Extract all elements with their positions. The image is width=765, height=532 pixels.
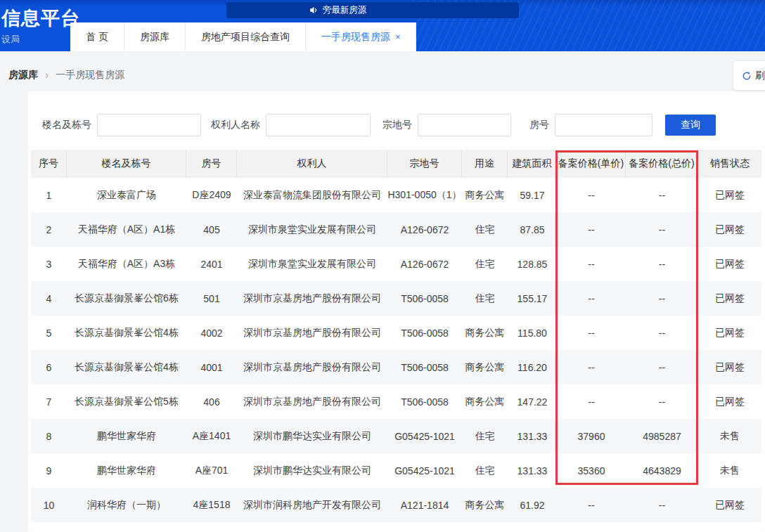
speaker-icon bbox=[309, 6, 319, 15]
breadcrumb-current: 一手房现售房源 bbox=[56, 69, 124, 82]
room-no-input[interactable] bbox=[555, 114, 652, 136]
table-cell: 115.80 bbox=[508, 316, 557, 350]
table-cell: 深圳市鹏华达实业有限公司 bbox=[237, 419, 387, 453]
owner-name-input[interactable] bbox=[266, 114, 371, 136]
table-cell: -- bbox=[557, 384, 626, 419]
table-row: 7长源京基御景峯公馆5栋406深圳市京基房地产股份有限公司T506-0058商务… bbox=[31, 384, 761, 419]
table-cell: 已网签 bbox=[698, 212, 761, 247]
table-row: 8鹏华世家华府A座1401深圳市鹏华达实业有限公司G05425-1021住宅13… bbox=[31, 419, 761, 453]
table-cell: 4643829 bbox=[626, 453, 698, 488]
table-cell: 131.33 bbox=[508, 453, 557, 488]
table-cell: 长源京基御景峯公馆6栋 bbox=[67, 281, 186, 316]
column-header: 权利人 bbox=[237, 150, 387, 178]
table-cell: -- bbox=[557, 488, 626, 522]
table-cell: -- bbox=[626, 316, 698, 350]
table-cell: 4 bbox=[31, 281, 67, 316]
table-cell: -- bbox=[557, 178, 626, 212]
table-cell: 润科华府（一期） bbox=[67, 488, 186, 522]
table-cell: 天福华府（A区）A1栋 bbox=[67, 212, 186, 247]
column-header: 楼名及栋号 bbox=[67, 150, 186, 178]
table-cell: 商务公寓 bbox=[462, 350, 508, 384]
app-logo: 信息平台 设局 bbox=[1, 8, 80, 46]
table-cell: T506-0058 bbox=[387, 384, 462, 419]
table-cell: 深圳市泉堂实业发展有限公司 bbox=[237, 247, 387, 281]
table-cell: 87.85 bbox=[508, 212, 557, 247]
tab-close-icon[interactable]: × bbox=[395, 32, 401, 41]
table-cell: 深圳市泉堂实业发展有限公司 bbox=[237, 212, 387, 247]
table-cell: 天福华府（A区）A3栋 bbox=[67, 247, 186, 281]
column-header: 房号 bbox=[186, 150, 237, 178]
table-cell: -- bbox=[626, 350, 698, 384]
building-name-input[interactable] bbox=[97, 114, 201, 136]
table-cell: 405 bbox=[186, 212, 237, 247]
table-cell: 8 bbox=[31, 419, 67, 453]
table-cell: 深圳市京基房地产股份有限公司 bbox=[237, 350, 387, 384]
table-cell: 深圳市鹏华达实业有限公司 bbox=[237, 453, 387, 488]
search-form: 楼名及栋号权利人名称宗地号房号 查询 bbox=[28, 114, 765, 136]
tab-home[interactable]: 首 页 bbox=[70, 22, 124, 51]
table-cell: 1 bbox=[31, 178, 67, 212]
table-cell: 已网签 bbox=[698, 316, 761, 350]
table-cell: 长源京基御景峯公馆4栋 bbox=[67, 316, 186, 350]
table-cell: 长源京基御景峯公馆4栋 bbox=[67, 350, 186, 384]
table-cell: 4985287 bbox=[626, 419, 698, 453]
table-cell: -- bbox=[626, 384, 698, 419]
column-header: 用途 bbox=[462, 150, 508, 178]
refresh-button[interactable]: 刷 bbox=[733, 61, 765, 90]
owner-name-field-group: 权利人名称 bbox=[211, 114, 371, 136]
column-header: 宗地号 bbox=[387, 150, 462, 178]
table-cell: 深业泰富物流集团股份有限公司 bbox=[237, 178, 387, 212]
table-cell: 住宅 bbox=[462, 247, 508, 281]
app-title: 信息平台 bbox=[1, 8, 80, 30]
parcel-no-field-group: 宗地号 bbox=[382, 114, 511, 136]
table-cell: 住宅 bbox=[462, 453, 508, 488]
table-row: 9鹏华世家华府A座701深圳市鹏华达实业有限公司G05425-1021住宅131… bbox=[31, 453, 761, 488]
table-cell: 4座1518 bbox=[186, 488, 237, 522]
table-cell: 147.22 bbox=[508, 384, 557, 419]
table-cell: 住宅 bbox=[462, 419, 508, 453]
parcel-no-input[interactable] bbox=[418, 114, 511, 136]
table-cell: 深圳市润科房地产开发有限公司 bbox=[237, 488, 387, 522]
breadcrumb: 房源库 › 一手房现售房源 bbox=[8, 69, 124, 82]
table-cell: A126-0672 bbox=[387, 247, 462, 281]
tab-project-query[interactable]: 房地产项目综合查询 bbox=[186, 22, 306, 51]
table-cell: A座701 bbox=[186, 453, 237, 488]
table-cell: T506-0058 bbox=[387, 316, 462, 350]
table-cell: 2 bbox=[31, 212, 67, 247]
table-cell: -- bbox=[626, 212, 698, 247]
column-header: 建筑面积 bbox=[508, 150, 557, 178]
table-cell: 鹏华世家华府 bbox=[67, 453, 186, 488]
table-cell: 未售 bbox=[698, 419, 761, 453]
table-row: 10润科华府（一期）4座1518深圳市润科房地产开发有限公司A121-1814商… bbox=[31, 488, 761, 522]
table-cell: T506-0058 bbox=[387, 350, 462, 384]
table-cell: 商务公寓 bbox=[462, 178, 508, 212]
table-cell: 住宅 bbox=[462, 281, 508, 316]
announcement-text: 旁最新房源 bbox=[323, 4, 367, 16]
breadcrumb-parent[interactable]: 房源库 bbox=[8, 69, 38, 82]
table-cell: 商务公寓 bbox=[462, 488, 508, 522]
table-cell: 35360 bbox=[557, 453, 626, 488]
table-cell: 155.17 bbox=[508, 281, 557, 316]
table-cell: H301-0050（1） bbox=[387, 178, 462, 212]
table-cell: -- bbox=[557, 316, 626, 350]
table-cell: 3 bbox=[31, 247, 67, 281]
tab-housing-stock[interactable]: 房源库 bbox=[124, 22, 186, 51]
app-subtitle: 设局 bbox=[1, 33, 80, 46]
table-cell: 长源京基御景峯公馆5栋 bbox=[67, 384, 186, 419]
table-cell: 5 bbox=[31, 316, 67, 350]
content-card: 楼名及栋号权利人名称宗地号房号 查询 序号楼名及栋号房号权利人宗地号用途建筑面积… bbox=[28, 91, 765, 532]
table-cell: 鹏华世家华府 bbox=[67, 419, 186, 453]
building-name-label: 楼名及栋号 bbox=[42, 119, 91, 131]
table-cell: 116.20 bbox=[508, 350, 557, 384]
table-cell: 4002 bbox=[186, 316, 237, 350]
table-cell: 已网签 bbox=[698, 350, 761, 384]
table-cell: 已网签 bbox=[698, 247, 761, 281]
tab-first-hand-sale[interactable]: 一手房现售房源× bbox=[306, 22, 417, 51]
table-cell: G05425-1021 bbox=[387, 419, 462, 453]
table-cell: 商务公寓 bbox=[462, 316, 508, 350]
table-cell: G05425-1021 bbox=[387, 453, 462, 488]
table-cell: 未售 bbox=[698, 453, 761, 488]
tab-label: 一手房现售房源 bbox=[321, 31, 390, 44]
column-header: 备案价格(总价) bbox=[626, 150, 698, 178]
query-button[interactable]: 查询 bbox=[665, 115, 716, 136]
